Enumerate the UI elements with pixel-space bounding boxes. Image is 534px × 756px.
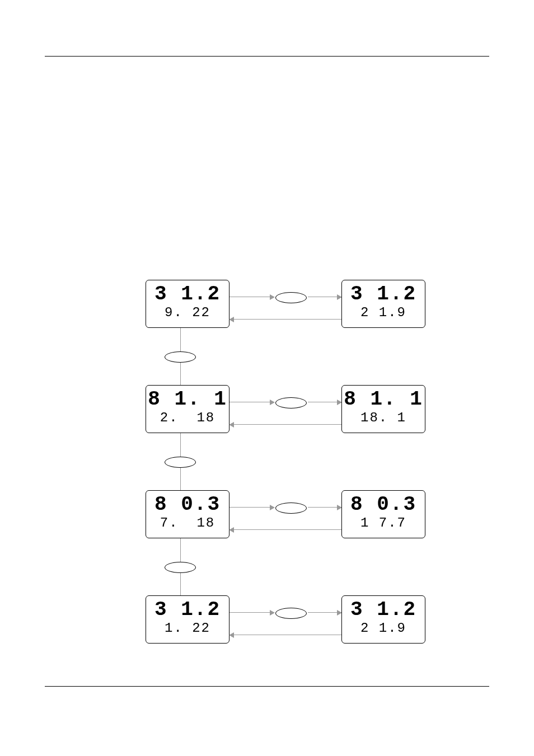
lcd-readout-primary: 8 1. 1 xyxy=(342,389,425,410)
lcd-box-right: 8 0.3 1 7.7 xyxy=(341,490,425,538)
lcd-readout-primary: 3 1.2 xyxy=(342,599,425,621)
lcd-readout-secondary: 2 1.9 xyxy=(342,305,425,321)
button-oval[interactable] xyxy=(275,503,307,514)
lcd-readout-secondary: 2 1.9 xyxy=(342,621,425,636)
lcd-readout-primary: 3 1.2 xyxy=(342,284,425,305)
arrow-right xyxy=(229,297,274,297)
lcd-readout-secondary: 18. 1 xyxy=(342,410,425,426)
lcd-readout-secondary: 7. 18 xyxy=(146,515,229,531)
button-oval[interactable] xyxy=(275,292,307,303)
lcd-readout-primary: 3 1.2 xyxy=(146,284,229,305)
button-oval[interactable] xyxy=(275,397,307,408)
top-rule xyxy=(45,56,489,57)
row: 3 1.2 1. 22 3 1.2 2 1.9 xyxy=(146,595,453,649)
lcd-readout-secondary: 1. 22 xyxy=(146,621,229,636)
bottom-rule xyxy=(45,686,489,687)
lcd-readout-secondary: 1 7.7 xyxy=(342,515,425,531)
arrow-left xyxy=(229,424,341,425)
button-oval[interactable] xyxy=(165,562,196,573)
lcd-box-right: 8 1. 1 18. 1 xyxy=(341,385,425,433)
lcd-box-left: 8 0.3 7. 18 xyxy=(146,490,229,538)
lcd-box-left: 8 1. 1 2. 18 xyxy=(146,385,229,433)
button-oval[interactable] xyxy=(275,608,307,619)
lcd-readout-secondary: 9. 22 xyxy=(146,305,229,321)
lcd-box-right: 3 1.2 2 1.9 xyxy=(341,595,425,644)
arrow-right xyxy=(308,402,341,402)
arrow-left xyxy=(229,635,341,635)
arrow-left xyxy=(229,319,341,320)
lcd-readout-primary: 8 1. 1 xyxy=(146,389,229,410)
arrow-right xyxy=(308,297,341,297)
row: 8 1. 1 2. 18 8 1. 1 18. 1 xyxy=(146,385,453,439)
lcd-readout-primary: 3 1.2 xyxy=(146,599,229,621)
button-oval[interactable] xyxy=(165,351,196,363)
lcd-box-left: 3 1.2 9. 22 xyxy=(146,280,229,328)
lcd-readout-secondary: 2. 18 xyxy=(146,410,229,426)
arrow-right xyxy=(308,507,341,508)
diagram-container: 3 1.2 9. 22 3 1.2 2 1.9 8 1. 1 2. 18 8 1… xyxy=(146,280,453,660)
lcd-box-right: 3 1.2 2 1.9 xyxy=(341,280,425,328)
lcd-readout-primary: 8 0.3 xyxy=(146,494,229,515)
lcd-readout-primary: 8 0.3 xyxy=(342,494,425,515)
button-oval[interactable] xyxy=(165,457,196,468)
arrow-right xyxy=(229,402,274,402)
arrow-right xyxy=(308,612,341,613)
arrow-right xyxy=(229,612,274,613)
arrow-left xyxy=(229,529,341,530)
row: 8 0.3 7. 18 8 0.3 1 7.7 xyxy=(146,490,453,544)
lcd-box-left: 3 1.2 1. 22 xyxy=(146,595,229,644)
arrow-right xyxy=(229,507,274,508)
row: 3 1.2 9. 22 3 1.2 2 1.9 xyxy=(146,280,453,334)
